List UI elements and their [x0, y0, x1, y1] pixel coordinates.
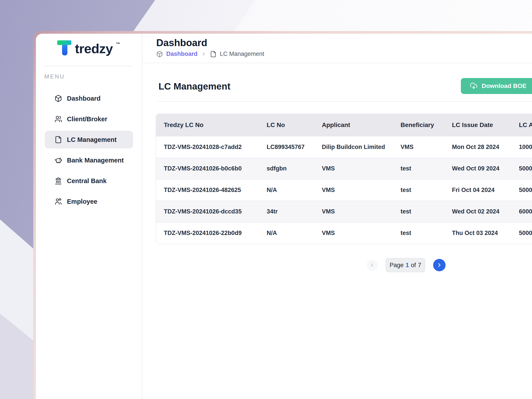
table-header-row: Tredzy LC No LC No Applicant Beneficiary…: [156, 114, 532, 136]
cube-icon: [54, 95, 62, 102]
cell-lc-issue-date: Wed Oct 02 2024: [444, 201, 511, 222]
employees-icon: [54, 197, 62, 205]
cell-lc-no: LC899345767: [259, 136, 314, 158]
cell-applicant: VMS: [314, 201, 393, 222]
chevron-right-icon: [201, 52, 206, 57]
sidebar-item-label: Employee: [67, 198, 97, 205]
col-lc-no: LC No: [259, 114, 314, 136]
cloud-download-icon: [470, 82, 478, 90]
sidebar-item-dashboard[interactable]: Dashboard: [45, 89, 133, 107]
file-icon: [210, 51, 216, 57]
cell-lc-no: sdfgbn: [259, 158, 314, 179]
current-page: 1: [406, 262, 409, 269]
cell-applicant: Dilip Buildcon Limited: [314, 136, 393, 158]
cell-tredzy-lc-no: TDZ-VMS-20241026-b0c6b0: [156, 158, 259, 179]
header-divider: [142, 63, 532, 63]
brand-trademark: ™: [116, 42, 120, 47]
main-content: Dashboard Dashboard: [142, 34, 532, 399]
page-title: Dashboard: [156, 37, 207, 48]
cell-lc-amount: 5000: [511, 158, 532, 179]
col-applicant: Applicant: [314, 114, 393, 136]
sidebar-item-lc-management[interactable]: LC Management: [45, 131, 133, 149]
cell-beneficiary: test: [393, 158, 444, 179]
section-title: LC Management: [158, 81, 230, 92]
cell-lc-amount: 1000: [511, 136, 532, 158]
cell-applicant: VMS: [314, 222, 393, 244]
table-row[interactable]: TDZ-VMS-20241026-482625 N/A VMS test Fri…: [156, 179, 532, 201]
col-lc-amount: LC Amount: [511, 114, 532, 136]
pagination-next-button[interactable]: [433, 259, 446, 271]
sidebar-item-label: Client/Broker: [67, 115, 107, 123]
sidebar-item-label: Bank Management: [67, 157, 124, 164]
breadcrumb-dashboard-link[interactable]: Dashboard: [166, 51, 197, 57]
lc-table: Tredzy LC No LC No Applicant Beneficiary…: [156, 114, 532, 244]
cell-lc-issue-date: Wed Oct 09 2024: [444, 158, 511, 179]
cell-applicant: VMS: [314, 179, 393, 201]
users-icon: [54, 115, 62, 123]
sidebar-menu-label: MENU: [44, 73, 65, 80]
sidebar-menu: Dashboard Client/Broker: [45, 89, 133, 213]
brand-logo-icon: [57, 40, 72, 58]
cell-applicant: VMS: [314, 158, 393, 179]
piggy-bank-icon: [54, 156, 62, 164]
sidebar-item-bank-management[interactable]: Bank Management: [45, 151, 133, 169]
cell-beneficiary: test: [393, 222, 444, 244]
breadcrumb-current: LC Management: [220, 51, 264, 57]
col-lc-issue-date: LC Issue Date: [444, 114, 511, 136]
table-row[interactable]: TDZ-VMS-20241026-b0c6b0 sdfgbn VMS test …: [156, 158, 532, 179]
sidebar-item-central-bank[interactable]: Central Bank: [45, 172, 133, 190]
cube-icon: [156, 51, 163, 57]
chevron-left-icon: [369, 262, 375, 268]
brand-logo[interactable]: tredzy ™: [57, 40, 120, 58]
bank-icon: [54, 177, 62, 185]
cell-tredzy-lc-no: TDZ-VMS-20241026-22b0d9: [156, 222, 259, 244]
sidebar-item-label: LC Management: [67, 136, 117, 143]
cell-lc-issue-date: Thu Oct 03 2024: [444, 222, 511, 244]
sidebar: tredzy ™ MENU Dashboard: [36, 34, 142, 399]
cell-lc-amount: 5000: [511, 222, 532, 244]
cell-beneficiary: VMS: [393, 136, 444, 158]
cell-lc-no: N/A: [259, 179, 314, 201]
cell-lc-no: N/A: [259, 222, 314, 244]
section-divider: [158, 101, 532, 102]
cell-lc-issue-date: Mon Oct 28 2024: [444, 136, 511, 158]
cell-lc-no: 34tr: [259, 201, 314, 222]
cell-beneficiary: test: [393, 179, 444, 201]
cell-tredzy-lc-no: TDZ-VMS-20241026-482625: [156, 179, 259, 201]
download-boe-label: Download BOE: [482, 82, 526, 89]
sidebar-item-employee[interactable]: Employee: [45, 193, 133, 210]
pagination-prev-button[interactable]: [367, 260, 378, 271]
col-beneficiary: Beneficiary: [393, 114, 444, 136]
chevron-right-icon: [436, 262, 443, 268]
app-card: tredzy ™ MENU Dashboard: [36, 34, 532, 399]
of-label: of: [411, 262, 416, 269]
cell-lc-amount: 6000: [511, 201, 532, 222]
table-row[interactable]: TDZ-VMS-20241026-22b0d9 N/A VMS test Thu…: [156, 222, 532, 244]
sidebar-logo-divider: [44, 66, 133, 66]
table-row[interactable]: TDZ-VMS-20241028-c7add2 LC899345767 Dili…: [156, 136, 532, 158]
cell-tredzy-lc-no: TDZ-VMS-20241028-c7add2: [156, 136, 259, 158]
table-row[interactable]: TDZ-VMS-20241026-dccd35 34tr VMS test We…: [156, 201, 532, 222]
app-card-rim: tredzy ™ MENU Dashboard: [33, 31, 532, 399]
cell-lc-issue-date: Fri Oct 04 2024: [444, 179, 511, 201]
page-label: Page: [390, 262, 404, 269]
col-tredzy-lc-no: Tredzy LC No: [156, 114, 259, 136]
breadcrumb: Dashboard LC Management: [156, 51, 264, 57]
download-boe-button[interactable]: Download BOE: [461, 78, 532, 94]
sidebar-item-label: Central Bank: [67, 177, 107, 185]
cell-lc-amount: 5000: [511, 179, 532, 201]
sidebar-item-client-broker[interactable]: Client/Broker: [45, 110, 133, 128]
cell-beneficiary: test: [393, 201, 444, 222]
file-icon: [54, 136, 62, 144]
cell-tredzy-lc-no: TDZ-VMS-20241026-dccd35: [156, 201, 259, 222]
pagination-status: Page 1 of 7: [386, 258, 425, 272]
sidebar-item-label: Dashboard: [67, 95, 101, 102]
total-pages: 7: [418, 262, 421, 269]
brand-logo-text: tredzy: [75, 40, 113, 57]
